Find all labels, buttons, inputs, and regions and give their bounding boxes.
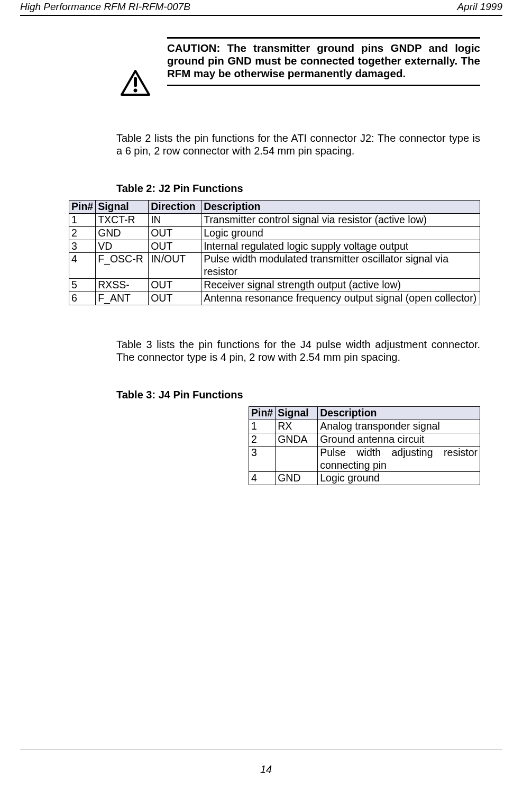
- svg-point-2: [134, 89, 137, 93]
- table-row: 2 GNDA Ground antenna circuit: [249, 433, 480, 446]
- cell-pin: 3: [69, 240, 96, 253]
- cell-signal: GND: [96, 226, 149, 240]
- cell-pin: 6: [69, 292, 96, 305]
- cell-description: Logic ground: [201, 226, 480, 240]
- table-row: 6 F_ANT OUT Antenna resonance frequency …: [69, 292, 480, 305]
- caution-box: CAUTION: The transmitter ground pins GND…: [167, 37, 480, 86]
- warning-icon: [121, 70, 150, 96]
- col-direction: Direction: [149, 201, 201, 214]
- col-description: Description: [201, 201, 480, 214]
- header-right: April 1999: [457, 1, 502, 13]
- header-left: High Performance RFM RI-RFM-007B: [20, 1, 190, 13]
- caution-text: CAUTION: The transmitter ground pins GND…: [167, 39, 480, 85]
- table-row: 3 VD OUT Internal regulated logic supply…: [69, 240, 480, 253]
- cell-signal: TXCT-R: [96, 214, 149, 227]
- cell-pin: 3: [249, 446, 276, 472]
- footer-rule: [20, 750, 502, 750]
- cell-signal: RX: [276, 420, 318, 433]
- cell-pin: 4: [69, 253, 96, 279]
- table-row: 4 F_OSC-R IN/OUT Pulse width modulated t…: [69, 253, 480, 279]
- cell-pin: 1: [69, 214, 96, 227]
- cell-description: Ground antenna circuit: [318, 433, 480, 446]
- table-row: 1 RX Analog transponder signal: [249, 420, 480, 433]
- cell-signal: VD: [96, 240, 149, 253]
- cell-pin: 2: [249, 433, 276, 446]
- cell-pin: 2: [69, 226, 96, 240]
- cell-pin: 1: [249, 420, 276, 433]
- paragraph-table2-intro: Table 2 lists the pin functions for the …: [116, 132, 480, 158]
- table2-caption: Table 2: J2 Pin Functions: [116, 183, 480, 195]
- cell-direction: OUT: [149, 240, 201, 253]
- cell-description: Pulse width modulated transmitter oscill…: [201, 253, 480, 279]
- cell-pin: 4: [249, 472, 276, 485]
- paragraph-table3-intro: Table 3 lists the pin functions for the …: [116, 338, 480, 364]
- cell-pin: 5: [69, 279, 96, 292]
- cell-signal: GNDA: [276, 433, 318, 446]
- cell-description: Transmitter control signal via resistor …: [201, 214, 480, 227]
- col-signal: Signal: [96, 201, 149, 214]
- cell-description: Pulse width adjusting resistor connectin…: [318, 446, 480, 472]
- col-pin: Pin#: [249, 407, 276, 420]
- caution-section: CAUTION: The transmitter ground pins GND…: [116, 37, 480, 86]
- table-row: 2 GND OUT Logic ground: [69, 226, 480, 240]
- table-j4-pin-functions: Pin# Signal Description 1 RX Analog tran…: [249, 406, 480, 485]
- table-header-row: Pin# Signal Direction Description: [69, 201, 480, 214]
- page-content: CAUTION: The transmitter ground pins GND…: [116, 37, 480, 485]
- col-signal: Signal: [276, 407, 318, 420]
- cell-signal: GND: [276, 472, 318, 485]
- table-row: 3 Pulse width adjusting resistor connect…: [249, 446, 480, 472]
- header-rule: [20, 15, 502, 16]
- table3-caption: Table 3: J4 Pin Functions: [116, 389, 480, 401]
- table-j2-pin-functions: Pin# Signal Direction Description 1 TXCT…: [69, 200, 480, 305]
- cell-direction: OUT: [149, 292, 201, 305]
- cell-direction: OUT: [149, 279, 201, 292]
- page-header: High Performance RFM RI-RFM-007B April 1…: [0, 0, 532, 13]
- cell-signal: [276, 446, 318, 472]
- cell-description: Logic ground: [318, 472, 480, 485]
- cell-direction: IN/OUT: [149, 253, 201, 279]
- cell-direction: IN: [149, 214, 201, 227]
- col-description: Description: [318, 407, 480, 420]
- cell-signal: F_OSC-R: [96, 253, 149, 279]
- cell-signal: F_ANT: [96, 292, 149, 305]
- cell-description: Receiver signal strength output (active …: [201, 279, 480, 292]
- table-header-row: Pin# Signal Description: [249, 407, 480, 420]
- cell-description: Antenna resonance frequency output signa…: [201, 292, 480, 305]
- cell-description: Analog transponder signal: [318, 420, 480, 433]
- table3-wrap: Pin# Signal Description 1 RX Analog tran…: [249, 406, 480, 485]
- table-row: 1 TXCT-R IN Transmitter control signal v…: [69, 214, 480, 227]
- cell-signal: RXSS-: [96, 279, 149, 292]
- table2-wrap: Pin# Signal Direction Description 1 TXCT…: [69, 200, 480, 305]
- cell-direction: OUT: [149, 226, 201, 240]
- page-number: 14: [0, 763, 532, 776]
- svg-rect-1: [134, 77, 137, 87]
- col-pin: Pin#: [69, 201, 96, 214]
- table-row: 5 RXSS- OUT Receiver signal strength out…: [69, 279, 480, 292]
- cell-description: Internal regulated logic supply voltage …: [201, 240, 480, 253]
- table-row: 4 GND Logic ground: [249, 472, 480, 485]
